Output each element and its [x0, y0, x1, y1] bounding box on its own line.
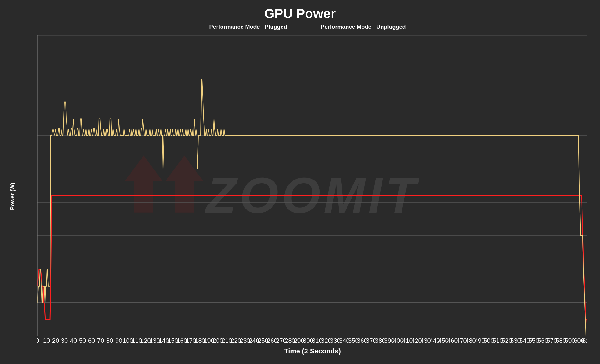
legend-label-unplugged: Performance Mode - Unplugged: [321, 24, 406, 30]
chart-legend: Performance Mode - Plugged Performance M…: [194, 24, 406, 30]
legend-line-plugged: [194, 27, 207, 27]
legend-item-unplugged: Performance Mode - Unplugged: [306, 24, 406, 30]
svg-text:0: 0: [38, 337, 39, 344]
svg-text:ZOOMIT: ZOOMIT: [205, 167, 420, 223]
y-axis-label: Power (W): [6, 35, 19, 358]
x-axis-svg: 0 10 20 30 40 50 60 70 80 90 100 110 120…: [38, 336, 588, 353]
chart-area: Power (W) ZOOMIT: [6, 35, 594, 358]
chart-svg: ZOOMIT 0 10: [38, 35, 588, 336]
svg-text:80: 80: [106, 337, 113, 344]
chart-title: GPU Power: [264, 6, 336, 21]
legend-line-unplugged: [306, 27, 318, 27]
legend-item-plugged: Performance Mode - Plugged: [194, 24, 287, 30]
chart-inner: ZOOMIT 0 10: [20, 35, 594, 358]
svg-text:70: 70: [97, 337, 104, 344]
svg-text:50: 50: [79, 337, 86, 344]
svg-text:10: 10: [43, 337, 50, 344]
svg-text:90: 90: [115, 337, 122, 344]
svg-text:610: 610: [582, 337, 588, 344]
svg-text:40: 40: [70, 337, 77, 344]
legend-label-plugged: Performance Mode - Plugged: [209, 24, 287, 30]
svg-text:30: 30: [61, 337, 68, 344]
svg-text:60: 60: [88, 337, 95, 344]
chart-container: GPU Power Performance Mode - Plugged Per…: [0, 0, 600, 364]
plot-area: ZOOMIT 0 10: [38, 35, 588, 336]
svg-text:20: 20: [52, 337, 59, 344]
